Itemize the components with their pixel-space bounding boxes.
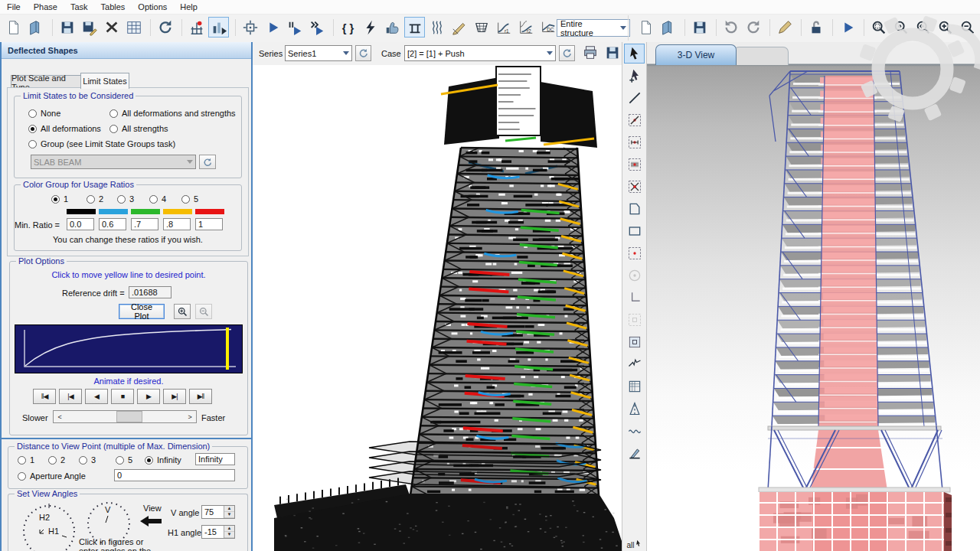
response-curve-1-button[interactable]: r1 — [493, 17, 514, 37]
loads-button[interactable] — [360, 17, 381, 37]
undo-button[interactable] — [720, 17, 741, 37]
radio-none[interactable]: None — [28, 109, 60, 118]
h-angle-dial[interactable]: H2H1 — [18, 500, 79, 551]
plot-zoom-out-button[interactable] — [195, 304, 212, 319]
save-button[interactable] — [57, 17, 77, 37]
select-region-button[interactable] — [624, 243, 645, 263]
series-refresh-button[interactable] — [355, 45, 371, 61]
tab-3d-view[interactable]: 3-D View — [655, 44, 737, 65]
limit-state-group-dropdown[interactable]: SLAB BEAM — [31, 155, 196, 169]
skip-end-button[interactable]: ▶‖ — [189, 389, 212, 404]
tab-limit-states[interactable]: Limit States — [80, 73, 129, 89]
window-grid-button[interactable] — [624, 377, 645, 396]
select-circle-button[interactable] — [624, 266, 645, 285]
step-back-button[interactable]: |◀ — [59, 389, 82, 404]
zoom-in-button[interactable] — [935, 17, 956, 37]
add-node-button[interactable] — [624, 66, 645, 86]
edit-pencil-button[interactable] — [774, 17, 795, 37]
lock-button[interactable] — [805, 17, 826, 37]
min-ratio-input-3[interactable]: .7 — [131, 218, 158, 230]
background-tab[interactable] — [733, 47, 789, 65]
corner-select-button[interactable] — [624, 288, 645, 308]
spline-button[interactable] — [624, 421, 645, 441]
deflected-shape-view[interactable] — [253, 65, 622, 551]
slider-right-arrow[interactable]: > — [184, 411, 196, 422]
play-reverse-button[interactable]: ◀ — [85, 389, 108, 404]
supports-button[interactable] — [404, 17, 425, 37]
run-button[interactable] — [837, 17, 858, 37]
radio-color-group-1[interactable]: 1 — [51, 194, 68, 204]
radio-color-group-2[interactable]: 2 — [87, 194, 103, 204]
3d-view-canvas[interactable] — [647, 42, 980, 551]
moment-diagram-button[interactable]: { } — [338, 17, 358, 37]
capacity-curve-button[interactable]: DC — [537, 17, 558, 37]
radio-distance-2[interactable]: 2 — [48, 455, 65, 465]
select-member-button[interactable] — [624, 132, 645, 152]
pushover-plot[interactable] — [15, 324, 243, 373]
step-forward-button[interactable]: ▶| — [163, 389, 186, 404]
group-refresh-button[interactable] — [199, 155, 216, 169]
min-ratio-input-4[interactable]: .8 — [163, 218, 191, 230]
redo-arrow-button[interactable] — [743, 17, 763, 37]
series-dropdown[interactable]: Series1 — [285, 45, 352, 61]
speed-slider[interactable]: <> — [53, 410, 197, 423]
play-button[interactable]: ▶ — [137, 389, 160, 404]
zoom-previous-button[interactable] — [913, 17, 933, 37]
radio-distance-3[interactable]: 3 — [79, 455, 96, 465]
stop-button[interactable]: ■ — [111, 389, 134, 404]
aperture-angle-input[interactable]: 0 — [114, 469, 235, 481]
case-dropdown[interactable]: [2] = [1] + Push — [404, 45, 556, 61]
draw-line-button[interactable] — [624, 88, 645, 108]
box-select-button[interactable] — [624, 332, 645, 352]
radio-group-see-limit-state-groups-task-[interactable]: Group (see Limit State Groups task) — [28, 139, 175, 148]
new-document-button[interactable] — [3, 17, 24, 37]
slider-thumb[interactable] — [116, 411, 142, 422]
select-square-button[interactable] — [624, 310, 645, 330]
print-plot-button[interactable] — [580, 44, 600, 63]
radio-all-deformations[interactable]: All deformations — [28, 124, 101, 133]
save-plot-button[interactable] — [603, 44, 622, 63]
skip-start-button[interactable]: ‖◀ — [33, 389, 56, 404]
min-ratio-input-2[interactable]: 0.6 — [99, 218, 126, 230]
zoom-out-button[interactable] — [957, 17, 978, 37]
open-model-button[interactable] — [658, 17, 678, 37]
menu-item-phase[interactable]: Phase — [34, 2, 57, 11]
response-curve-2-button[interactable]: r2 — [515, 17, 536, 37]
radio-distance-infinity[interactable]: Infinity — [145, 455, 181, 465]
plot-zoom-in-button[interactable] — [174, 304, 191, 319]
zoom-window-button[interactable] — [868, 17, 889, 37]
spreadsheet-button[interactable] — [123, 17, 144, 37]
min-ratio-input-5[interactable]: 1 — [195, 218, 223, 230]
influence-surface-button[interactable] — [471, 17, 492, 37]
pointer-button[interactable] — [624, 44, 645, 64]
analysis-results-button[interactable] — [208, 17, 229, 37]
menu-item-tables[interactable]: Tables — [101, 2, 126, 11]
run-button[interactable] — [262, 17, 283, 37]
design-check-button[interactable] — [382, 17, 403, 37]
new-document-button[interactable] — [635, 17, 656, 37]
case-refresh-button[interactable] — [559, 45, 575, 61]
radio-all-strengths[interactable]: All strengths — [109, 124, 168, 133]
open-model-button[interactable] — [25, 17, 46, 37]
select-brace-button[interactable] — [624, 177, 645, 197]
radio-color-group-4[interactable]: 4 — [149, 194, 166, 204]
min-ratio-input-1[interactable]: 0.0 — [67, 218, 94, 230]
menu-item-help[interactable]: Help — [180, 2, 198, 11]
save-as-button[interactable] — [79, 17, 100, 37]
infinity-input[interactable]: Infinity — [195, 453, 235, 465]
bridge-path-button[interactable] — [624, 399, 645, 419]
slider-left-arrow[interactable]: < — [54, 411, 66, 422]
select-rectangle-button[interactable] — [624, 221, 645, 241]
modify-button[interactable] — [449, 17, 469, 37]
radio-aperture-angle[interactable]: Aperture Angle — [18, 471, 86, 481]
select-line-button[interactable] — [624, 110, 645, 130]
spin-up[interactable]: ▲ — [224, 506, 234, 512]
spin-up[interactable]: ▲ — [224, 526, 234, 532]
v-angle-spinner[interactable]: 75▲▼ — [201, 505, 235, 519]
spin-down[interactable]: ▼ — [224, 512, 234, 518]
radio-distance-5[interactable]: 5 — [116, 455, 132, 465]
menu-item-options[interactable]: Options — [138, 2, 167, 11]
select-all-tool[interactable]: all — [622, 539, 646, 549]
level-tool-button[interactable] — [624, 443, 645, 463]
add-structure-button[interactable] — [186, 17, 207, 37]
